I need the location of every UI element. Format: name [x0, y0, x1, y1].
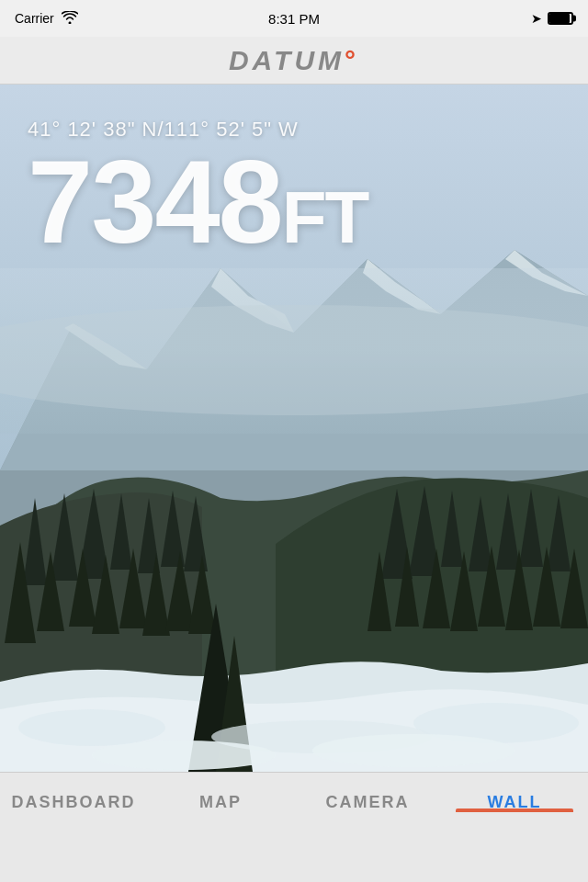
altitude-unit: FT — [282, 176, 368, 258]
main-content: 41° 12' 38" N/111° 52' 5" W 7348FT — [0, 85, 588, 772]
wifi-icon — [62, 11, 78, 27]
tab-bar: DASHBOARD MAP CAMERA WALL — [0, 772, 588, 882]
app-header: DATUM° — [0, 37, 588, 85]
tab-wall[interactable]: WALL — [441, 773, 588, 812]
logo-dot: ° — [345, 45, 359, 75]
altitude-value: 7348 — [28, 136, 282, 267]
time-display: 8:31 PM — [268, 11, 320, 27]
status-bar: Carrier 8:31 PM ➤ — [0, 0, 588, 37]
tab-camera[interactable]: CAMERA — [294, 773, 441, 812]
app-logo: DATUM° — [229, 45, 359, 76]
tab-wall-bar — [456, 808, 573, 812]
tab-map-label: MAP — [199, 793, 242, 812]
tab-camera-label: CAMERA — [326, 793, 410, 812]
tab-dashboard[interactable]: DASHBOARD — [0, 773, 147, 812]
overlay-text: 41° 12' 38" N/111° 52' 5" W 7348FT — [0, 85, 588, 772]
altitude-display: 7348FT — [28, 143, 560, 261]
battery-icon — [548, 12, 573, 25]
tab-map[interactable]: MAP — [147, 773, 294, 812]
carrier-label: Carrier — [15, 11, 54, 26]
tab-dashboard-label: DASHBOARD — [12, 793, 136, 812]
location-icon: ➤ — [531, 11, 542, 26]
